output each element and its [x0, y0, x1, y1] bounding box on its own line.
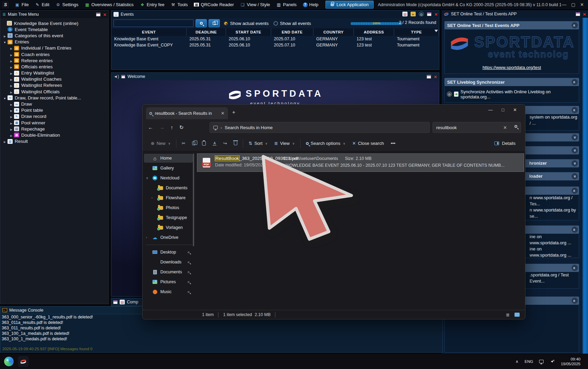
right-edge-scrollbar[interactable] [583, 18, 588, 354]
tree-item[interactable]: ⚠ Waitinglist Referees [0, 82, 108, 88]
chevron-up-icon[interactable]: « [572, 188, 578, 194]
expand-arrow-icon[interactable] [9, 58, 13, 63]
copy-button[interactable] [189, 141, 199, 145]
chevron-up-icon[interactable]: « [572, 107, 578, 113]
hidden-icons-chevron[interactable]: ∧ [516, 359, 518, 364]
tree-item[interactable]: ⚠ Waitinglist Coaches [0, 76, 108, 82]
sidebar-item[interactable]: Vorlagen [144, 223, 193, 232]
sportdata-app-icon[interactable] [18, 356, 29, 367]
tree-item[interactable]: ▦ Pool winner [0, 120, 108, 126]
globe-icon[interactable]: ◍ [419, 12, 424, 16]
col-address[interactable]: ADDRESS [354, 28, 394, 36]
new-button[interactable]: ⊕New∨ [147, 141, 174, 146]
restore-icon[interactable] [96, 13, 101, 16]
tree-item[interactable]: ≔ Draw [0, 101, 108, 107]
chevron-down-icon[interactable]: « [572, 147, 578, 153]
show-actual-events-radio[interactable] [224, 21, 228, 26]
tree-item[interactable]: ▤ Repechage [0, 126, 108, 132]
menu-item[interactable]: ❏ View / Style [237, 1, 273, 8]
tree-item[interactable]: ⌂ Knowledge Base Event (online) [0, 20, 108, 26]
tree-item[interactable]: ▥ Result [0, 138, 108, 145]
expand-arrow-icon[interactable] [9, 101, 13, 107]
menu-item[interactable]: ▣ File [12, 1, 32, 8]
expand-arrow-icon[interactable] [3, 139, 7, 144]
expand-arrow-icon[interactable] [9, 126, 13, 132]
close-icon[interactable]: ✕ [513, 107, 517, 112]
sidebar-item-pinned[interactable]: Desktop [144, 248, 193, 257]
view-button[interactable]: ≣View∨ [271, 141, 298, 146]
expand-arrow-icon[interactable] [9, 52, 13, 57]
menu-item[interactable]: ❖ Entry fee [137, 1, 168, 8]
report-icon[interactable]: ▤ [402, 12, 407, 16]
chevron-down-icon[interactable]: « [572, 173, 578, 179]
menu-item[interactable]: ▦ QRCode Reader [191, 1, 237, 8]
tree-item[interactable]: ▤ Officials entries [0, 64, 108, 70]
minimize-icon[interactable]: — [562, 2, 566, 7]
expand-arrow-icon[interactable] [9, 108, 13, 113]
tab-close-icon[interactable]: ✕ [221, 111, 225, 116]
expand-arrow-icon[interactable] [9, 114, 13, 119]
expand-arrow-icon[interactable] [9, 89, 13, 94]
menu-item[interactable]: ▥ Panels [273, 1, 300, 8]
menu-item[interactable]: ⚙ Settings [52, 1, 81, 8]
share-button[interactable]: ↪ [220, 141, 230, 146]
up-icon[interactable]: ↑ [171, 124, 173, 131]
restore-icon[interactable] [427, 75, 431, 79]
tree-item[interactable]: ≡ Categories of this event [0, 32, 108, 39]
sidebar-item[interactable]: Gallery [144, 164, 193, 173]
sidebar-item[interactable]: Home [144, 154, 193, 163]
clear-search-icon[interactable]: ✕ [503, 125, 507, 130]
app-section-header[interactable]: SET Online Test / Test Events APP « [444, 21, 579, 29]
new-tab-icon[interactable]: + [232, 109, 235, 115]
taskbar-clock[interactable]: 09:40 19/05/2025 [561, 357, 580, 366]
tree-item[interactable]: ▤ Coach entries [0, 51, 108, 57]
col-type[interactable]: TYPE [394, 28, 439, 36]
thumbnail-view-icon[interactable] [514, 313, 520, 317]
chevron-up-icon[interactable]: « [572, 79, 578, 85]
cut-button[interactable]: ✂ [178, 141, 189, 146]
sidebar-scrollbar[interactable] [193, 153, 194, 246]
chevron-up-icon[interactable]: « [572, 298, 578, 304]
expand-arrow-icon[interactable] [9, 64, 13, 69]
sportdata-test-link[interactable]: https://www.sportdata.org/test [445, 65, 579, 70]
col-end-date[interactable]: END DATE [271, 28, 313, 36]
search-options-button[interactable]: Search options∨ [303, 141, 349, 146]
maximize-icon[interactable]: ▢ [571, 2, 575, 7]
tree-item[interactable]: ◷ Event Timetable [0, 26, 108, 32]
liveblog-header[interactable]: SET Liveblog Synchronizer « [444, 78, 579, 86]
paste-button[interactable] [199, 141, 209, 146]
language-indicator[interactable]: ENG [525, 359, 533, 364]
lock-application-button[interactable]: Lock Application [325, 1, 374, 9]
expand-arrow-icon[interactable] [3, 39, 7, 44]
sidebar-item-pinned[interactable]: Downloads [144, 258, 193, 266]
network-icon[interactable] [539, 360, 544, 363]
sidebar-item-pinned[interactable]: Documents [144, 268, 193, 276]
restore-icon[interactable] [576, 12, 580, 16]
delete-button[interactable] [230, 141, 241, 145]
refresh-list-button[interactable] [209, 19, 220, 27]
expand-arrow-icon[interactable] [3, 95, 7, 100]
chevron-icon[interactable]: › [146, 236, 149, 239]
show-all-events-radio[interactable] [273, 21, 278, 26]
tree-item[interactable]: ▤ Referee entries [0, 57, 108, 64]
menu-item[interactable]: ? Help [300, 1, 322, 8]
events-search-input[interactable] [113, 19, 193, 27]
col-deadline[interactable]: DEADLINE [187, 28, 226, 36]
sidebar-item[interactable]: › OneDrive [144, 233, 193, 242]
expand-arrow-icon[interactable] [3, 33, 7, 38]
chevron-up-icon[interactable]: « [572, 22, 578, 28]
col-country[interactable]: COUNTRY [313, 28, 354, 36]
expand-arrow-icon[interactable] [9, 120, 13, 125]
rename-button[interactable]: A [209, 141, 220, 146]
sort-button[interactable]: ⇅Sort∨ [245, 141, 271, 146]
expand-arrow-icon[interactable] [9, 45, 13, 51]
chevron-up-icon[interactable]: « [572, 227, 578, 233]
refresh-icon[interactable]: ↻ [179, 124, 184, 131]
sidebar-item[interactable]: ∨ Nextcloud [144, 174, 193, 182]
tree-item[interactable]: ⚠ Entry Waitinglist [0, 70, 108, 76]
close-search-button[interactable]: ✕Close search [349, 141, 387, 146]
chevron-up-icon[interactable]: « [572, 265, 578, 271]
chevron-icon[interactable]: › [151, 196, 155, 200]
restore-icon[interactable] [427, 12, 431, 16]
folder-icon[interactable]: ▸ [411, 12, 416, 16]
